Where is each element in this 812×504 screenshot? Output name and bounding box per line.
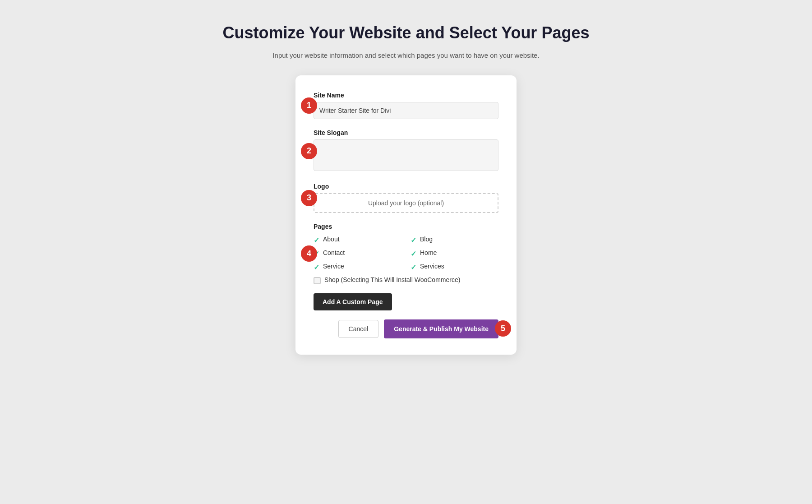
checkmark-icon: ✓ (314, 236, 319, 245)
list-item[interactable]: ✓ Service (314, 263, 401, 272)
page-item-label: About (323, 236, 340, 243)
form-footer: Cancel Generate & Publish My Website 5 (314, 319, 498, 338)
checkmark-icon: ✓ (411, 250, 416, 258)
page-item-label: Service (323, 263, 344, 270)
pages-section: 4 Pages ✓ About ✓ Blog ✓ Contact ✓ Home (314, 223, 498, 284)
add-custom-page-button[interactable]: Add A Custom Page (314, 293, 392, 310)
pages-grid: ✓ About ✓ Blog ✓ Contact ✓ Home ✓ Servic… (314, 236, 498, 284)
page-item-label: Contact (323, 249, 345, 256)
form-card: 1 Site Name 2 Site Slogan 3 Logo Upload … (295, 75, 517, 355)
page-item-label: Home (420, 249, 437, 256)
site-slogan-textarea[interactable] (314, 139, 498, 171)
checkmark-icon: ✓ (314, 263, 319, 272)
page-item-label: Blog (420, 236, 433, 243)
pages-label: Pages (314, 223, 498, 230)
list-item[interactable]: ✓ About (314, 236, 401, 245)
checkmark-icon: ✓ (411, 236, 416, 245)
generate-publish-button[interactable]: Generate & Publish My Website (384, 319, 498, 338)
site-slogan-label: Site Slogan (314, 129, 498, 136)
site-name-group: 1 Site Name (314, 92, 498, 119)
page-item-label: Services (420, 263, 444, 270)
unchecked-checkbox-icon (314, 277, 321, 284)
list-item[interactable]: Shop (Selecting This Will Install WooCom… (314, 276, 498, 284)
checkmark-icon: ✓ (411, 263, 416, 272)
site-slogan-group: 2 Site Slogan (314, 129, 498, 173)
step-badge-1: 1 (301, 97, 317, 114)
list-item[interactable]: ✓ Contact (314, 249, 401, 258)
list-item[interactable]: ✓ Services (411, 263, 498, 272)
list-item[interactable]: ✓ Blog (411, 236, 498, 245)
step-badge-3: 3 (301, 190, 317, 206)
page-item-label: Shop (Selecting This Will Install WooCom… (324, 276, 460, 283)
step-badge-2: 2 (301, 143, 317, 159)
step-badge-5: 5 (495, 320, 511, 337)
site-name-label: Site Name (314, 92, 498, 99)
logo-group: 3 Logo Upload your logo (optional) (314, 183, 498, 213)
page-title: Customize Your Website and Select Your P… (223, 23, 590, 43)
site-name-input[interactable] (314, 102, 498, 119)
cancel-button[interactable]: Cancel (338, 320, 379, 338)
logo-label: Logo (314, 183, 498, 190)
page-subtitle: Input your website information and selec… (272, 50, 539, 61)
list-item[interactable]: ✓ Home (411, 249, 498, 258)
step-badge-4: 4 (301, 245, 317, 262)
upload-logo-button[interactable]: Upload your logo (optional) (314, 193, 498, 213)
